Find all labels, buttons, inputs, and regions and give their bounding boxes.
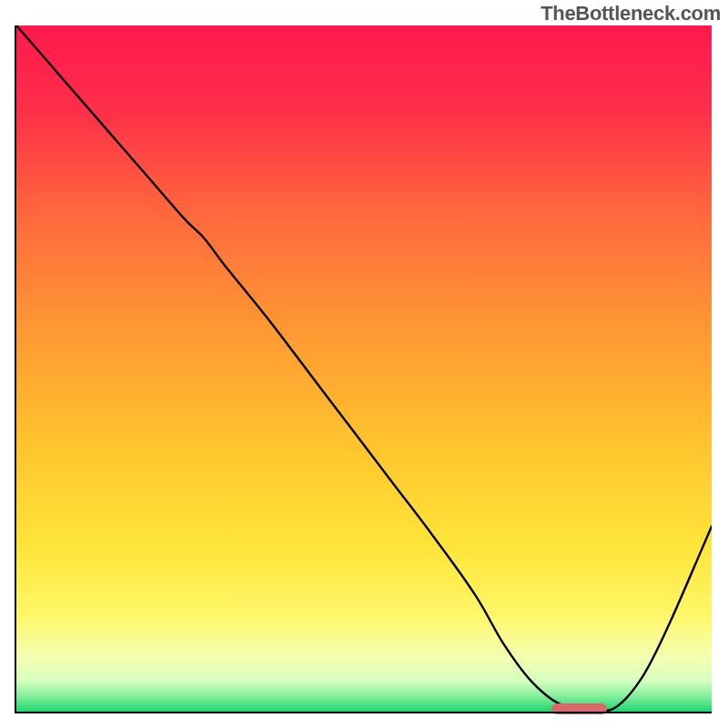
y-axis: [15, 25, 16, 713]
plot-area: [16, 25, 712, 712]
chart-container: TheBottleneck.com: [0, 0, 728, 728]
bottleneck-curve: [16, 25, 712, 712]
watermark-text: TheBottleneck.com: [541, 2, 721, 25]
x-axis: [16, 712, 712, 713]
